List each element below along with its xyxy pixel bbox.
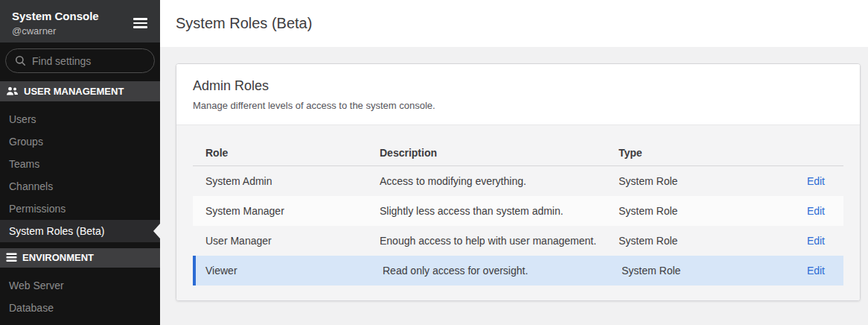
sidebar: System Console @cwarner USER MANAGEMENT … [0,0,160,325]
search-input[interactable] [32,55,145,67]
column-header-description: Description [367,147,606,159]
edit-link[interactable]: Edit [807,175,825,187]
sidebar-item-channels[interactable]: Channels [0,175,160,198]
sidebar-item-label: Teams [9,158,39,170]
sidebar-item-web-server[interactable]: Web Server [0,274,160,297]
table-header-row: Role Description Type [193,139,843,166]
table-row-viewer[interactable]: Viewer Read only access for oversight. S… [193,256,843,285]
role-type: System Role [609,265,770,277]
roles-table: Role Description Type System Admin Acces… [193,139,843,285]
role-description: Access to modifying everything. [367,175,606,187]
role-name: System Manager [193,205,367,217]
sidebar-item-label: Web Server [9,280,64,291]
server-stack-icon [6,253,17,262]
sidebar-item-system-roles[interactable]: System Roles (Beta) [0,220,160,242]
sidebar-header: System Console @cwarner [0,0,160,42]
edit-link[interactable]: Edit [807,205,825,217]
sidebar-item-label: Permissions [9,203,66,215]
table-row-system-manager[interactable]: System Manager Slightly less access than… [193,196,843,226]
sidebar-items-environment: Web Server Database [0,268,160,325]
sidebar-items-user-management: Users Groups Teams Channels Permissions … [0,101,160,248]
content-area: Admin Roles Manage different levels of a… [160,47,868,325]
page-title: System Roles (Beta) [176,15,312,32]
table-row-system-admin[interactable]: System Admin Access to modifying everyth… [193,166,843,196]
card-header: Admin Roles Manage different levels of a… [176,64,860,125]
hamburger-menu-icon[interactable] [133,18,147,28]
card-description: Manage different levels of access to the… [193,100,843,111]
role-description: Slightly less access than system admin. [367,205,606,217]
active-item-notch [153,224,160,239]
sidebar-item-teams[interactable]: Teams [0,153,160,175]
card-title: Admin Roles [193,78,843,94]
main-area: System Roles (Beta) Admin Roles Manage d… [160,0,868,325]
app-title: System Console [12,9,148,23]
table-row-user-manager[interactable]: User Manager Enough access to help with … [193,226,843,256]
role-name: User Manager [193,235,367,247]
sidebar-item-users[interactable]: Users [0,108,160,130]
sidebar-item-permissions[interactable]: Permissions [0,198,160,220]
sidebar-section-label: USER MANAGEMENT [24,86,124,97]
admin-roles-card: Admin Roles Manage different levels of a… [176,63,861,301]
page-header: System Roles (Beta) [160,0,868,47]
role-description: Read only access for oversight. [370,265,609,277]
sidebar-item-database[interactable]: Database [0,297,160,319]
sidebar-item-label: Channels [9,180,53,192]
user-group-icon [6,86,19,96]
role-name: System Admin [193,175,367,187]
role-name: Viewer [196,265,370,277]
sidebar-section-environment: ENVIRONMENT [0,248,160,268]
role-type: System Role [606,235,770,247]
sidebar-item-label: System Roles (Beta) [9,225,104,237]
role-type: System Role [606,175,770,187]
roles-table-section: Role Description Type System Admin Acces… [176,125,860,300]
column-header-role: Role [193,147,367,159]
search-icon [15,55,26,66]
sidebar-item-label: Database [9,302,54,314]
sidebar-section-user-management: USER MANAGEMENT [0,81,160,101]
edit-link[interactable]: Edit [807,235,825,247]
current-user: @cwarner [12,25,148,37]
sidebar-item-groups[interactable]: Groups [0,130,160,153]
role-description: Enough access to help with user manageme… [367,235,606,247]
column-header-type: Type [606,147,770,159]
sidebar-item-label: Users [9,113,36,125]
search-box[interactable] [5,48,155,73]
role-type: System Role [606,205,770,217]
sidebar-item-label: Groups [9,136,43,148]
sidebar-section-label: ENVIRONMENT [22,252,94,263]
edit-link[interactable]: Edit [807,265,825,277]
search-container [0,42,160,81]
